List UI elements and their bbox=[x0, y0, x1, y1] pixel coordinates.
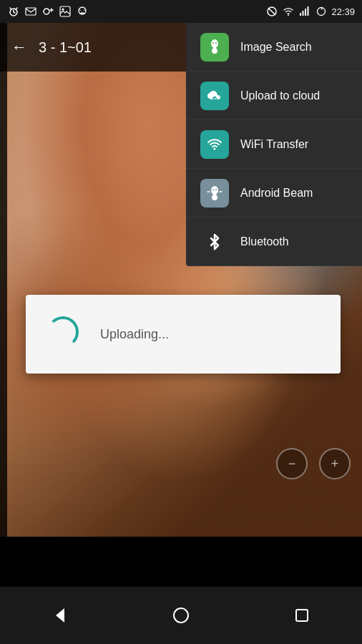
uploading-label: Uploading... bbox=[100, 327, 169, 342]
svg-rect-29 bbox=[296, 610, 308, 621]
upload-cloud-icon bbox=[200, 82, 229, 110]
bluetooth-icon bbox=[200, 228, 229, 256]
svg-point-8 bbox=[288, 14, 289, 16]
image-search-label: Image Search bbox=[240, 41, 312, 54]
zoom-in-button[interactable]: + bbox=[319, 448, 351, 479]
svg-rect-17 bbox=[212, 48, 217, 54]
svg-point-16 bbox=[215, 42, 217, 44]
svg-line-7 bbox=[268, 8, 275, 15]
status-bar: 22:39 bbox=[0, 0, 362, 23]
wifi-transfer-label: WiFi Transfer bbox=[240, 138, 308, 151]
svg-point-21 bbox=[212, 189, 214, 190]
svg-rect-9 bbox=[300, 13, 301, 16]
no-signal-icon bbox=[265, 5, 278, 18]
svg-rect-3 bbox=[60, 6, 70, 16]
svg-point-19 bbox=[214, 147, 216, 150]
photos-icon bbox=[59, 5, 72, 18]
svg-point-28 bbox=[174, 608, 188, 623]
svg-point-15 bbox=[212, 42, 214, 44]
dropdown-menu: Image Search Upload to cloud bbox=[186, 23, 362, 266]
status-icons-right: 22:39 bbox=[265, 5, 355, 18]
image-search-icon bbox=[200, 33, 229, 62]
time-display: 22:39 bbox=[331, 6, 355, 17]
svg-point-2 bbox=[44, 9, 49, 14]
menu-item-image-search[interactable]: Image Search bbox=[186, 23, 362, 72]
upload-dialog: Uploading... bbox=[26, 295, 341, 374]
nav-back-button[interactable] bbox=[39, 594, 82, 637]
bluetooth-label: Bluetooth bbox=[240, 235, 289, 248]
github-icon bbox=[76, 5, 89, 18]
upload-cloud-label: Upload to cloud bbox=[240, 89, 320, 102]
sync-icon bbox=[315, 5, 328, 18]
svg-rect-12 bbox=[308, 6, 309, 16]
menu-item-bluetooth[interactable]: Bluetooth bbox=[186, 218, 362, 266]
menu-item-wifi-transfer[interactable]: WiFi Transfer bbox=[186, 120, 362, 169]
android-beam-icon bbox=[200, 179, 229, 208]
menu-item-android-beam[interactable]: Android Beam bbox=[186, 169, 362, 218]
svg-rect-10 bbox=[303, 11, 304, 16]
page-title: 3 - 1~01 bbox=[39, 39, 92, 56]
android-beam-label: Android Beam bbox=[240, 187, 313, 200]
svg-point-4 bbox=[62, 9, 64, 11]
google-plus-icon bbox=[41, 5, 54, 18]
back-button[interactable]: ← bbox=[11, 38, 27, 57]
loading-spinner bbox=[47, 316, 83, 352]
status-icons-left bbox=[7, 5, 89, 18]
alarm-icon bbox=[7, 5, 20, 18]
menu-item-upload-cloud[interactable]: Upload to cloud bbox=[186, 72, 362, 120]
svg-marker-27 bbox=[56, 608, 64, 623]
wifi-icon bbox=[282, 5, 295, 18]
wifi-transfer-icon bbox=[200, 130, 229, 159]
signal-icon bbox=[298, 5, 311, 18]
zoom-out-button[interactable]: − bbox=[276, 448, 308, 479]
navigation-bar bbox=[0, 587, 362, 644]
svg-point-22 bbox=[215, 189, 217, 190]
svg-rect-18 bbox=[213, 47, 216, 49]
gmail-icon bbox=[24, 5, 37, 18]
bg-dark-left bbox=[0, 23, 7, 537]
svg-rect-1 bbox=[26, 8, 36, 15]
header-bar: ← 3 - 1~01 bbox=[0, 23, 186, 72]
nav-recent-button[interactable] bbox=[280, 594, 323, 637]
nav-home-button[interactable] bbox=[160, 594, 202, 637]
svg-rect-24 bbox=[213, 193, 216, 195]
svg-rect-23 bbox=[212, 195, 217, 200]
zoom-controls: − + bbox=[276, 448, 351, 479]
svg-rect-11 bbox=[305, 9, 306, 16]
main-content: ← 3 - 1~01 Image Search bbox=[0, 23, 362, 537]
